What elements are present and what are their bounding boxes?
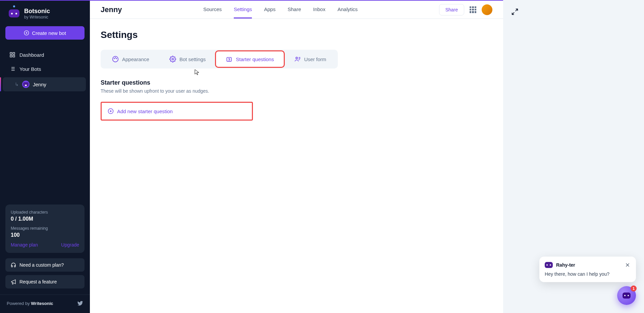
tab-label: Starter questions: [236, 56, 274, 62]
sidebar-item-label: Dashboard: [19, 52, 44, 58]
sidebar-item-label: Your Bots: [19, 66, 41, 72]
messages-remaining-label: Messages remaining: [11, 226, 79, 231]
plus-circle-icon: [108, 108, 114, 114]
page-bot-title: Jenny: [101, 5, 122, 14]
chat-launcher-button[interactable]: 1: [617, 286, 636, 305]
preview-panel: Rahy-ter Hey there, how can I help you? …: [503, 0, 644, 313]
main: Jenny Sources Settings Apps Share Inbox …: [90, 0, 644, 313]
svg-line-27: [516, 9, 518, 11]
powered-by: Powered by Writesonic: [0, 295, 90, 306]
tab-analytics[interactable]: Analytics: [337, 1, 358, 18]
palette-icon: [112, 56, 119, 62]
uploaded-chars-label: Uploaded characters: [11, 210, 79, 215]
gear-icon: [169, 56, 176, 62]
megaphone-icon: [11, 279, 16, 284]
topbar: Jenny Sources Settings Apps Share Inbox …: [90, 0, 503, 19]
create-new-bot-button[interactable]: Create new bot: [5, 26, 85, 40]
tab-settings[interactable]: Settings: [234, 1, 252, 18]
user-form-icon: [294, 56, 301, 62]
svg-rect-6: [10, 55, 12, 57]
tab-apps[interactable]: Apps: [264, 1, 275, 18]
svg-rect-3: [10, 52, 12, 54]
settings-tab-user-form[interactable]: User form: [284, 51, 336, 67]
grid-icon: [9, 52, 15, 58]
settings-tabs: Appearance Bot settings Starter question…: [101, 50, 338, 69]
settings-tab-starter-questions[interactable]: Starter questions: [216, 51, 284, 67]
svg-point-14: [114, 58, 115, 59]
chat-badge: 1: [631, 285, 637, 292]
svg-line-28: [512, 12, 514, 14]
request-feature-link[interactable]: Request a feature: [5, 275, 85, 288]
sub-arrow-icon: ↳: [15, 82, 19, 87]
tab-label: User form: [304, 56, 326, 62]
uploaded-chars-value: 0 / 1.00M: [11, 216, 79, 222]
sidebar-item-dashboard[interactable]: Dashboard: [0, 48, 90, 62]
brand: Botsonic by Writesonic: [0, 7, 90, 26]
settings-tab-bot-settings[interactable]: Bot settings: [159, 51, 216, 67]
chat-message: Hey there, how can I help you?: [545, 271, 631, 277]
question-card-icon: [226, 56, 232, 62]
tab-sources[interactable]: Sources: [203, 1, 222, 18]
sidebar-nav: Dashboard Your Bots ↳ Jenny: [0, 48, 90, 93]
user-avatar[interactable]: [482, 4, 492, 15]
tab-label: Appearance: [122, 56, 149, 62]
twitter-icon[interactable]: [77, 300, 83, 306]
sidebar-bot-label: Jenny: [33, 82, 46, 87]
brand-name: Botsonic: [24, 8, 50, 15]
request-feature-label: Request a feature: [19, 279, 57, 284]
list-icon: [9, 66, 15, 72]
headset-icon: [11, 262, 16, 268]
svg-point-20: [296, 57, 298, 59]
upgrade-link[interactable]: Upgrade: [61, 242, 79, 248]
svg-point-17: [172, 58, 173, 60]
sidebar-item-yourbots[interactable]: Your Bots: [0, 62, 90, 76]
section-title: Starter questions: [101, 79, 492, 86]
add-starter-label: Add new starter question: [117, 108, 173, 114]
settings-tab-appearance[interactable]: Appearance: [102, 51, 159, 67]
chat-bot-name: Rahy-ter: [556, 262, 621, 268]
sidebar: Botsonic by Writesonic Create new bot Da…: [0, 0, 90, 313]
svg-point-19: [229, 60, 229, 61]
chat-popup: Rahy-ter Hey there, how can I help you?: [539, 257, 636, 282]
apps-menu-button[interactable]: [470, 6, 476, 13]
messages-remaining-value: 100: [11, 232, 79, 238]
custom-plan-label: Need a custom plan?: [19, 262, 64, 268]
svg-point-16: [116, 58, 117, 59]
plus-circle-icon: [24, 30, 29, 36]
svg-rect-5: [13, 55, 15, 57]
chat-launcher-icon: [623, 293, 631, 299]
sidebar-item-bot-jenny[interactable]: ↳ Jenny: [3, 77, 86, 91]
expand-icon[interactable]: [511, 8, 519, 15]
topbar-nav: Sources Settings Apps Share Inbox Analyt…: [203, 1, 358, 18]
tab-label: Bot settings: [179, 56, 206, 62]
tab-share[interactable]: Share: [287, 1, 301, 18]
brand-logo-icon: [8, 7, 20, 19]
bot-avatar-icon: [22, 81, 30, 88]
tab-inbox[interactable]: Inbox: [313, 1, 325, 18]
chat-bot-avatar-icon: [545, 262, 553, 268]
close-icon[interactable]: [625, 262, 631, 268]
svg-point-15: [115, 57, 116, 58]
share-button[interactable]: Share: [439, 4, 464, 15]
manage-plan-link[interactable]: Manage plan: [11, 242, 38, 248]
custom-plan-link[interactable]: Need a custom plan?: [5, 258, 85, 272]
create-new-bot-label: Create new bot: [32, 30, 66, 36]
page-title: Settings: [101, 30, 492, 40]
section-description: These will be shown upfront to your user…: [101, 88, 492, 94]
svg-rect-4: [13, 52, 15, 54]
brand-subtitle: by Writesonic: [24, 15, 50, 19]
plan-card: Uploaded characters 0 / 1.00M Messages r…: [5, 205, 85, 253]
add-starter-question-button[interactable]: Add new starter question: [101, 102, 253, 121]
